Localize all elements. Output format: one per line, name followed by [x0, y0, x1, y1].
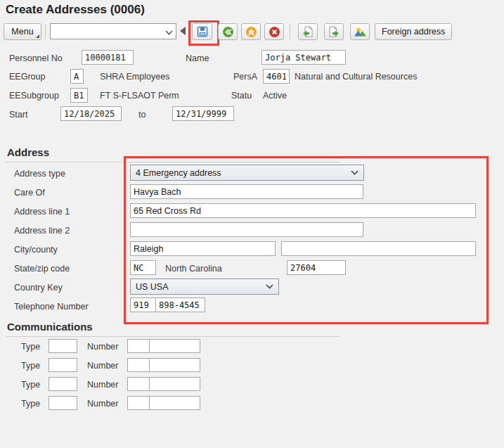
care-of-label: Care Of	[14, 188, 45, 198]
address-line2-label: Address line 2	[14, 226, 70, 236]
back-button[interactable]	[218, 23, 238, 40]
communications-section-rule	[6, 336, 340, 337]
personnel-no-label: Personnel No	[9, 53, 63, 63]
comm-number-field[interactable]	[149, 377, 200, 391]
menu-button-label: Menu	[11, 27, 33, 37]
address-line2-field[interactable]	[130, 222, 363, 237]
command-input[interactable]	[51, 24, 165, 39]
comm-code-field[interactable]	[127, 396, 150, 410]
address-type-dropdown[interactable]: 4 Emergency address	[130, 165, 364, 181]
overview-button[interactable]	[350, 23, 370, 40]
previous-record-icon	[302, 26, 314, 37]
ee-group-field[interactable]	[70, 69, 84, 84]
address-section-rule	[6, 162, 340, 162]
country-key-value: US USA	[136, 282, 169, 292]
comm-type-field[interactable]	[49, 339, 77, 353]
address-section-heading: Address	[7, 146, 49, 158]
chevron-down-icon[interactable]	[165, 25, 173, 38]
telephone-number-field[interactable]	[155, 297, 205, 312]
country-key-dropdown[interactable]: US USA	[130, 279, 279, 295]
exit-button[interactable]	[241, 23, 261, 40]
comm-number-field[interactable]	[149, 358, 200, 372]
ee-subgroup-field[interactable]	[70, 88, 88, 103]
name-label: Name	[186, 53, 209, 63]
state-field[interactable]	[130, 260, 156, 275]
menu-corner-triangle-icon	[36, 34, 39, 38]
exit-icon	[245, 26, 257, 38]
comm-number-field[interactable]	[149, 396, 200, 410]
start-date-field[interactable]	[60, 106, 122, 121]
ee-group-label: EEGroup	[9, 72, 45, 82]
state-text: North Carolina	[165, 264, 222, 274]
comm-type-field[interactable]	[49, 358, 77, 372]
ee-group-text: SHRA Employees	[100, 72, 169, 82]
page-title: Create Addresses (0006)	[6, 3, 145, 17]
comm-number-label: Number	[87, 399, 118, 409]
chevron-down-icon	[351, 170, 358, 175]
ee-subgroup-label: EESubgroup	[9, 91, 59, 101]
overview-icon	[354, 27, 366, 37]
pers-area-field[interactable]	[263, 69, 290, 84]
comm-number-label: Number	[87, 361, 118, 371]
state-zip-label: State/zip code	[14, 264, 70, 274]
comm-type-label: Type	[21, 380, 40, 390]
collapse-toolbar-icon[interactable]	[180, 27, 186, 35]
comm-type-label: Type	[21, 361, 40, 371]
personnel-no-field[interactable]	[82, 50, 134, 65]
comm-number-field[interactable]	[149, 339, 200, 353]
zip-field[interactable]	[287, 260, 346, 275]
start-label: Start	[9, 110, 27, 120]
pers-area-text: Natural and Cultural Resources	[295, 72, 417, 82]
save-icon	[197, 26, 208, 37]
county-field[interactable]	[281, 241, 476, 256]
toolbar-separator	[45, 24, 46, 39]
address-type-label: Address type	[14, 169, 65, 179]
city-county-label: City/county	[14, 245, 58, 255]
foreign-address-label: Foreign address	[382, 27, 445, 37]
comm-type-label: Type	[21, 399, 40, 409]
country-key-label: Country Key	[14, 283, 63, 293]
telephone-label: Telephone Number	[14, 302, 89, 312]
chevron-down-icon	[266, 284, 273, 289]
next-record-icon	[328, 26, 340, 37]
care-of-field[interactable]	[130, 184, 363, 199]
address-line1-label: Address line 1	[14, 207, 70, 217]
telephone-area-field[interactable]	[130, 297, 156, 312]
comm-code-field[interactable]	[127, 377, 150, 391]
comm-type-label: Type	[21, 342, 40, 352]
address-type-value: 4 Emergency address	[136, 168, 221, 178]
comm-number-label: Number	[87, 342, 118, 352]
communications-section-heading: Communications	[7, 321, 93, 333]
create-addresses-window: Create Addresses (0006) Menu	[0, 0, 504, 448]
ee-subgroup-text: FT S-FLSAOT Perm	[100, 91, 179, 101]
previous-record-button[interactable]	[298, 23, 318, 40]
comm-code-field[interactable]	[127, 339, 150, 353]
save-button[interactable]	[192, 23, 212, 40]
menu-button[interactable]: Menu	[4, 23, 41, 40]
pers-area-label: PersA	[233, 72, 257, 82]
address-line1-field[interactable]	[130, 203, 476, 218]
comm-type-field[interactable]	[49, 377, 77, 391]
foreign-address-button[interactable]: Foreign address	[375, 23, 452, 40]
name-field[interactable]	[261, 50, 346, 65]
cancel-button[interactable]	[264, 23, 284, 40]
next-record-button[interactable]	[324, 23, 344, 40]
back-icon	[222, 26, 234, 38]
comm-number-label: Number	[87, 380, 118, 390]
to-label: to	[138, 110, 146, 120]
comm-code-field[interactable]	[127, 358, 150, 372]
comm-type-field[interactable]	[49, 396, 77, 410]
status-value: Active	[263, 91, 287, 101]
toolbar-separator	[290, 24, 290, 39]
status-label: Statu	[231, 91, 252, 101]
city-field[interactable]	[130, 241, 276, 256]
cancel-icon	[269, 26, 280, 38]
command-field[interactable]	[50, 23, 176, 39]
end-date-field[interactable]	[172, 106, 234, 121]
